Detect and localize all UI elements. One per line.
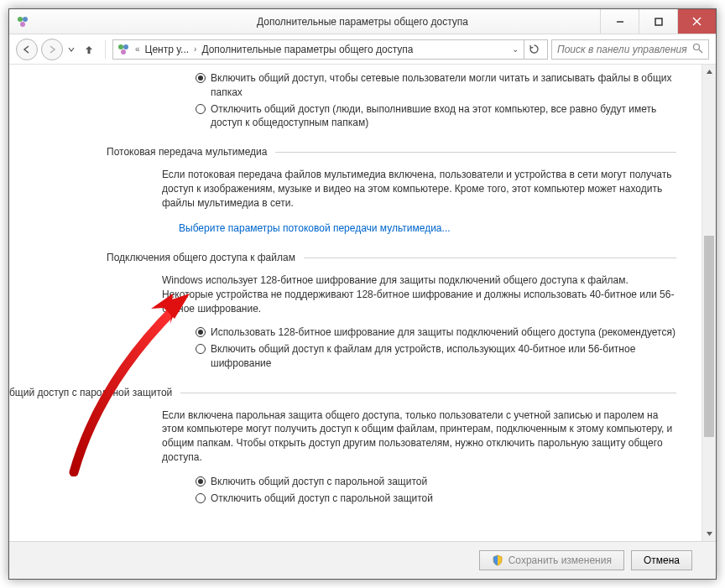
- navigation-toolbar: « Центр у... › Дополнительные параметры …: [9, 34, 716, 65]
- encryption-40bit-radio[interactable]: Включить общий доступ к файлам для устро…: [196, 342, 676, 371]
- button-label: Сохранить изменения: [509, 554, 612, 566]
- section-title: Подключения общего доступа к файлам: [107, 251, 295, 265]
- radio-icon: [196, 327, 206, 337]
- search-box[interactable]: [551, 39, 709, 60]
- password-protect-on-radio[interactable]: Включить общий доступ с парольной защито…: [196, 475, 676, 489]
- svg-point-10: [694, 44, 700, 49]
- app-icon: [16, 15, 29, 29]
- public-sharing-off-radio[interactable]: Отключить общий доступ (люди, выполнивши…: [196, 102, 676, 131]
- minimize-button[interactable]: [600, 9, 639, 34]
- search-icon: [692, 43, 703, 56]
- svg-point-8: [123, 44, 128, 49]
- svg-point-1: [23, 17, 28, 22]
- radio-icon: [196, 476, 206, 487]
- svg-point-2: [20, 22, 25, 27]
- refresh-button[interactable]: [524, 40, 544, 59]
- button-label: Отмена: [644, 554, 680, 566]
- section-title: Потоковая передача мультимедиа: [107, 145, 267, 159]
- radio-icon: [196, 493, 206, 503]
- up-button[interactable]: [80, 40, 98, 59]
- radio-label: Включить общий доступ к файлам для устро…: [211, 342, 676, 371]
- section-header-media: Потоковая передача мультимедиа: [107, 145, 676, 159]
- breadcrumb-segment[interactable]: Дополнительные параметры общего доступа: [201, 44, 413, 55]
- chevron-right-icon: ›: [192, 44, 198, 54]
- radio-label: Использовать 128-битное шифрование для з…: [211, 325, 676, 340]
- radio-label: Отключить общий доступ с парольной защит…: [211, 492, 676, 506]
- scroll-down-button[interactable]: [702, 527, 716, 541]
- radio-icon: [196, 104, 206, 114]
- encryption-128bit-radio[interactable]: Использовать 128-битное шифрование для з…: [196, 325, 676, 340]
- scroll-up-button[interactable]: [702, 65, 716, 79]
- vertical-scrollbar[interactable]: [702, 65, 716, 541]
- shield-icon: [492, 554, 503, 566]
- close-button[interactable]: [677, 9, 716, 34]
- section-header-encryption: Подключения общего доступа к файлам: [107, 251, 676, 265]
- radio-label: Отключить общий доступ (люди, выполнивши…: [211, 102, 676, 131]
- maximize-button[interactable]: [639, 9, 677, 34]
- section-header-password: бщий доступ с парольной защитой: [107, 386, 676, 400]
- svg-point-9: [121, 49, 126, 55]
- media-streaming-link[interactable]: Выберите параметры потоковой передачи му…: [179, 222, 451, 234]
- breadcrumb-segment[interactable]: Центр у...: [145, 44, 189, 55]
- location-icon: [117, 43, 130, 56]
- content-area: Включить общий доступ, чтобы сетевые пол…: [9, 65, 702, 541]
- separator: [105, 40, 106, 59]
- scroll-track[interactable]: [702, 79, 716, 527]
- svg-rect-4: [655, 18, 662, 25]
- radio-label: Включить общий доступ с парольной защито…: [211, 475, 676, 489]
- svg-point-0: [18, 17, 23, 22]
- divider: [180, 393, 676, 393]
- cancel-button[interactable]: Отмена: [631, 550, 692, 570]
- radio-icon: [196, 344, 206, 354]
- svg-line-5: [693, 18, 701, 25]
- window-controls: [600, 9, 716, 34]
- radio-icon: [196, 73, 206, 83]
- public-sharing-on-radio[interactable]: Включить общий доступ, чтобы сетевые пол…: [196, 71, 676, 100]
- section-body: Если включена парольная защита общего до…: [162, 408, 676, 465]
- divider: [275, 152, 676, 153]
- divider: [304, 258, 676, 258]
- radio-label: Включить общий доступ, чтобы сетевые пол…: [211, 71, 676, 100]
- save-button[interactable]: Сохранить изменения: [479, 550, 624, 570]
- back-button[interactable]: [16, 39, 38, 60]
- section-body: Windows использует 128-битное шифрование…: [162, 273, 676, 315]
- search-input[interactable]: [557, 44, 687, 55]
- window-frame: Дополнительные параметры общего доступа …: [8, 8, 717, 580]
- password-protect-off-radio[interactable]: Отключить общий доступ с парольной защит…: [196, 492, 676, 506]
- svg-line-11: [699, 49, 702, 53]
- address-bar[interactable]: « Центр у... › Дополнительные параметры …: [112, 39, 548, 60]
- footer-bar: Сохранить изменения Отмена: [9, 541, 716, 579]
- forward-button[interactable]: [41, 39, 63, 60]
- chevron-icon: «: [133, 44, 142, 54]
- svg-line-6: [693, 18, 701, 25]
- svg-point-7: [118, 44, 123, 49]
- titlebar: Дополнительные параметры общего доступа: [9, 9, 716, 34]
- chevron-down-icon[interactable]: ⌄: [510, 44, 520, 54]
- history-dropdown[interactable]: [66, 46, 76, 53]
- section-title: бщий доступ с парольной защитой: [9, 386, 172, 400]
- section-body: Если потоковая передача файлов мультимед…: [162, 168, 676, 210]
- scroll-thumb[interactable]: [704, 236, 714, 437]
